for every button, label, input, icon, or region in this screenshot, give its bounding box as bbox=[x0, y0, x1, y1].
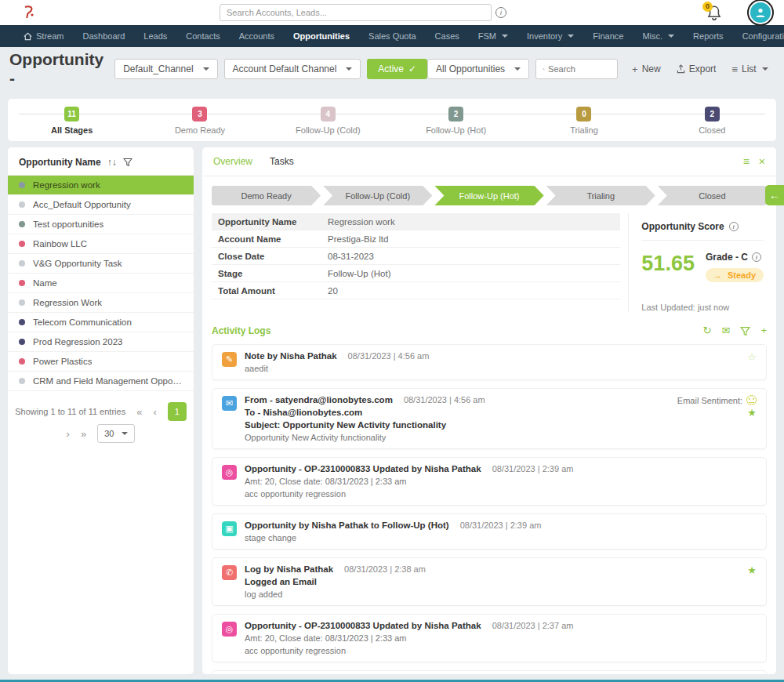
active-status-button[interactable]: Active ✓ bbox=[367, 59, 427, 79]
notifications-button[interactable]: 0 bbox=[704, 3, 724, 24]
add-activity-icon[interactable]: + bbox=[760, 325, 767, 336]
list-search-box[interactable] bbox=[535, 59, 618, 79]
info-icon[interactable]: i bbox=[752, 252, 761, 262]
activity-detail-line: Amt: 20, Close date: 08/31/2023 | 2:33 a… bbox=[245, 477, 749, 486]
activity-log-entry[interactable]: ▣ Opportunity by Nisha Pathak to Follow-… bbox=[212, 513, 767, 550]
list-view-button[interactable]: ≡ List bbox=[731, 63, 768, 75]
trend-label: Steady bbox=[728, 270, 756, 280]
nav-item[interactable]: Configurations bbox=[742, 31, 784, 41]
opportunity-icon: ◎ bbox=[222, 465, 237, 480]
opportunity-list-item[interactable]: Prod Regression 2023 bbox=[8, 332, 194, 352]
close-icon[interactable]: × bbox=[759, 155, 765, 168]
new-button[interactable]: + New bbox=[632, 63, 661, 75]
opportunity-list-item[interactable]: Name bbox=[8, 274, 194, 293]
pagination: Showing 1 to 11 of 11 entries « ‹ 1 › » … bbox=[8, 391, 194, 451]
chevron-down-icon bbox=[346, 67, 352, 71]
opportunity-list-item[interactable]: Power Plastics bbox=[8, 352, 194, 372]
activity-log-entry[interactable]: ◎ Opportunity - OP-2310000833 Updated by… bbox=[212, 457, 767, 506]
stage-summary-item[interactable]: 3 Demo Ready bbox=[136, 99, 263, 141]
opportunity-list-item[interactable]: CRM and Field Management Opportunity bbox=[8, 372, 194, 391]
activity-log-entry[interactable]: ◎ Opportunity - OP-2310000833 Updated by… bbox=[212, 614, 767, 662]
app-logo-icon bbox=[22, 5, 38, 20]
stage-chevron[interactable]: Closed bbox=[658, 186, 767, 205]
opportunity-list-item[interactable]: Rainbow LLC bbox=[8, 234, 194, 254]
opportunity-name: Rainbow LLC bbox=[33, 239, 87, 248]
stage-chevron[interactable]: Follow-Up (Cold) bbox=[323, 186, 432, 205]
nav-item[interactable]: Sales Quota bbox=[368, 31, 416, 41]
activity-log-entry[interactable]: ✎ Note by Nisha Pathak 08/31/2023 | 4:56… bbox=[212, 344, 767, 380]
nav-item[interactable]: Leads bbox=[143, 31, 167, 41]
detail-label: Total Amount bbox=[212, 283, 328, 299]
star-icon[interactable]: ★ bbox=[747, 407, 757, 419]
nav-item-label: Stream bbox=[36, 31, 64, 41]
check-icon: ✓ bbox=[408, 63, 416, 74]
stage-count-badge: 2 bbox=[705, 107, 720, 122]
opportunity-list-item[interactable]: Test opportunities bbox=[8, 215, 194, 234]
account-channel-select-value: Account Default Channel bbox=[233, 63, 337, 74]
nav-item[interactable]: Inventory bbox=[527, 31, 574, 41]
collapse-panel-button[interactable]: ← bbox=[765, 185, 784, 205]
activity-timestamp: 08/31/2023 | 4:56 am bbox=[348, 351, 430, 361]
stage-summary-item[interactable]: 11 All Stages bbox=[8, 99, 136, 141]
activity-log-entry[interactable]: ✆ Log by Nisha Pathak 08/31/2023 | 2:38 … bbox=[212, 557, 767, 606]
view-filter-select[interactable]: All Opportunities bbox=[427, 59, 529, 79]
status-dot bbox=[19, 241, 25, 247]
info-icon[interactable]: i bbox=[729, 222, 739, 231]
stage-summary-item[interactable]: 2 Follow-Up (Hot) bbox=[392, 99, 520, 141]
refresh-icon[interactable]: ↻ bbox=[703, 325, 712, 336]
stage-count-badge: 0 bbox=[576, 107, 591, 122]
last-page-button[interactable]: » bbox=[81, 428, 86, 440]
detail-tab[interactable]: Tasks bbox=[270, 156, 294, 167]
stage-change-icon: ▣ bbox=[222, 521, 237, 536]
star-icon[interactable]: ★ bbox=[747, 564, 757, 576]
opportunity-list-item[interactable]: Regression Work bbox=[8, 293, 194, 313]
status-dot bbox=[19, 299, 25, 306]
user-avatar[interactable] bbox=[747, 0, 774, 26]
next-page-button[interactable]: › bbox=[67, 428, 70, 440]
activity-log-entry[interactable]: ✉ From - satyendra@lionobytes.com 08/31/… bbox=[212, 388, 767, 449]
nav-item[interactable]: Cases bbox=[435, 31, 459, 41]
filter-icon[interactable] bbox=[123, 158, 132, 167]
global-search-input[interactable] bbox=[220, 4, 492, 21]
channel-select[interactable]: Default_Channel bbox=[114, 59, 217, 79]
nav-item[interactable]: Misc. bbox=[642, 31, 674, 41]
stage-chevron[interactable]: Demo Ready bbox=[212, 186, 321, 205]
opportunity-list-item[interactable]: Telecom Communication bbox=[8, 313, 194, 332]
nav-item[interactable]: Stream bbox=[24, 31, 64, 41]
detail-tab[interactable]: Overview bbox=[213, 156, 252, 167]
stage-summary-item[interactable]: 0 Trialing bbox=[520, 99, 648, 141]
nav-item[interactable]: Contacts bbox=[186, 31, 220, 41]
pagination-summary: Showing 1 to 11 of 11 entries bbox=[15, 407, 125, 416]
current-page-button[interactable]: 1 bbox=[168, 402, 187, 421]
account-channel-select[interactable]: Account Default Channel bbox=[224, 59, 361, 79]
opportunity-list-item[interactable]: V&G Opportunity Task bbox=[8, 254, 194, 274]
nav-item-label: Inventory bbox=[527, 31, 562, 41]
nav-item[interactable]: Finance bbox=[593, 31, 623, 41]
stage-chevron[interactable]: Trialing bbox=[546, 186, 655, 205]
stage-summary-item[interactable]: 2 Closed bbox=[648, 99, 776, 141]
stage-summary-item[interactable]: 4 Follow-Up (Cold) bbox=[264, 99, 392, 141]
chevron-down-icon bbox=[502, 34, 508, 38]
page-size-select[interactable]: 30 bbox=[97, 424, 135, 443]
menu-icon[interactable]: ≡ bbox=[743, 155, 750, 168]
prev-page-button[interactable]: ‹ bbox=[153, 406, 156, 418]
export-button[interactable]: Export bbox=[677, 63, 717, 74]
detail-row: Opportunity Name Regression work bbox=[212, 213, 620, 230]
nav-item[interactable]: Dashboard bbox=[82, 31, 125, 41]
nav-item[interactable]: Opportunities bbox=[293, 31, 350, 41]
first-page-button[interactable]: « bbox=[136, 406, 142, 418]
list-search-input[interactable] bbox=[548, 64, 611, 74]
opportunity-list-item[interactable]: Acc_Default Opportunity bbox=[8, 195, 194, 215]
nav-item[interactable]: FSM bbox=[478, 31, 508, 41]
activity-log-entry[interactable]: ◎ Opportunity - OP-2310000833 Created by… bbox=[212, 670, 767, 674]
mail-filter-icon[interactable]: ✉ bbox=[722, 325, 731, 336]
filter-icon[interactable] bbox=[740, 326, 750, 336]
stage-chevron[interactable]: Follow-Up (Hot) bbox=[434, 186, 543, 205]
opportunity-list-item[interactable]: Regression work bbox=[8, 176, 194, 195]
nav-item[interactable]: Accounts bbox=[239, 31, 274, 41]
star-icon[interactable]: ☆ bbox=[747, 351, 757, 363]
nav-item[interactable]: Reports bbox=[693, 31, 724, 41]
detail-value: 08-31-2023 bbox=[328, 252, 374, 261]
sort-icon[interactable]: ↑↓ bbox=[107, 157, 117, 168]
info-icon[interactable]: i bbox=[495, 7, 506, 18]
